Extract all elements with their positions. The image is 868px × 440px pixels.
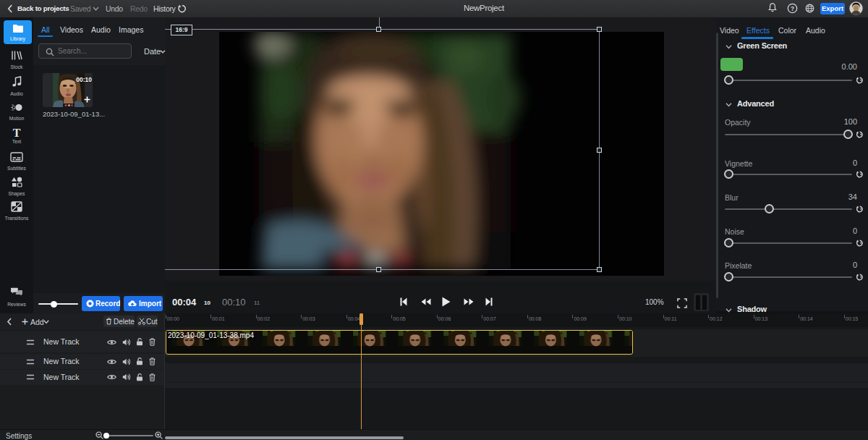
- svg-text:?: ?: [791, 4, 794, 12]
